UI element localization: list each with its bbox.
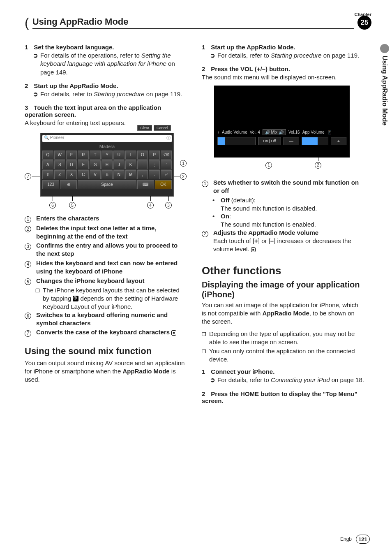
r-step-2-heading: 2Press the VOL (+/–) button. (202, 65, 364, 72)
mix-callout-2: 2 (315, 161, 321, 169)
app-volume-slider (302, 137, 328, 145)
left-column: 1Set the keyboard language. ➲For details… (25, 44, 187, 405)
stop-icon: ■ (251, 247, 256, 253)
keyboard-row-1: QWERTYUIOP⌫ (42, 151, 172, 160)
keyboard-legend: 1Enters the characters 2Deletes the inpu… (25, 214, 187, 337)
r-step-1-heading: 1Start up the AppRadio Mode. (202, 44, 364, 51)
app-volume-plus: + (331, 137, 346, 145)
keyboard-searchbar: 🔍 Pioneerⓧ (42, 135, 172, 142)
paren-left: ( (25, 16, 29, 29)
connect-step-1-note: ➲For details, refer to Connecting your i… (217, 376, 364, 384)
page-title: Using AppRadio Mode (32, 16, 354, 27)
footer-page-number: 121 (356, 535, 370, 544)
step-1-note: ➲For details of the operations, refer to… (40, 51, 187, 76)
connect-step-1-heading: 1Connect your iPhone. (202, 368, 364, 375)
display-image-note-1: Depending on the type of application, yo… (202, 330, 364, 346)
callout-6: 6 (49, 201, 56, 209)
step-1-heading: 1Set the keyboard language. (25, 44, 187, 51)
side-tab: Using AppRadio Mode (377, 44, 392, 125)
legend-5-note: The iPhone keyboard layouts that can be … (35, 286, 187, 310)
r-step-2-body: The sound mix menu will be displayed on-… (202, 73, 364, 81)
step-3-heading: 3Touch the text input area on the applic… (25, 104, 187, 118)
footer-lang: Engb (340, 536, 352, 542)
page-header: Chapter ( Using AppRadio Mode 25 (25, 16, 371, 30)
app-volume-minus: — (284, 137, 299, 145)
callout-2: 2 (180, 172, 187, 180)
mix-legend: 1Sets whether to switch the sound mix fu… (202, 178, 364, 253)
keyboard-top-buttons: ClearCancel (136, 126, 171, 130)
keyboard-row-4: 123⊕Space⌨OK (42, 180, 172, 189)
callout-5: 5 (69, 201, 76, 209)
chapter-number-badge: 25 (357, 16, 371, 30)
callout-3: 3 (165, 201, 172, 209)
side-tab-cap (380, 44, 389, 53)
stop-icon: ■ (171, 330, 176, 336)
callout-4: 4 (147, 201, 154, 209)
globe-icon (73, 296, 78, 301)
display-image-subheading: Displaying the image of your application… (202, 280, 364, 299)
callout-1: 1 (180, 159, 187, 167)
mix-figure: ♪ Audio Volume Vol. 4 🔊 Mix 🔊 Vol.16 App… (202, 86, 364, 172)
keyboard-suggestion: Madera (41, 142, 173, 151)
keyboard-row-2: ASDFGHJKL;' (42, 160, 172, 169)
page-footer: Engb 121 (340, 535, 370, 544)
display-image-note-2: You can only control the application on … (202, 347, 364, 364)
keyboard-figure: ClearCancel 🔍 Pioneerⓧ Madera QWERTYUIOP… (25, 131, 187, 209)
r-step-1-note: ➲For details, refer to Starting procedur… (217, 51, 364, 60)
other-functions-heading: Other functions (202, 264, 364, 277)
mix-on-off: On | Off (258, 137, 281, 145)
audio-volume-slider (217, 137, 256, 145)
sound-mix-heading: Using the sound mix function (25, 346, 187, 357)
callout-7: 7 (25, 172, 31, 180)
right-column: 1Start up the AppRadio Mode. ➲For detail… (202, 44, 364, 405)
step-2-heading: 2Start up the AppRadio Mode. (25, 82, 187, 89)
display-image-body: You can set an image of the application … (202, 301, 364, 326)
keyboard-row-3: ⇧ZXCVBNM,.⏎ (42, 170, 172, 179)
mix-screenshot: ♪ Audio Volume Vol. 4 🔊 Mix 🔊 Vol.16 App… (214, 86, 350, 158)
step-2-note: ➲For details, refer to Starting procedur… (40, 90, 187, 98)
connect-step-2-heading: 2Press the HOME button to display the "T… (202, 390, 364, 404)
mix-callout-1: 1 (265, 161, 272, 169)
sound-mix-body: You can output sound mixing AV source an… (25, 359, 187, 384)
keyboard-screenshot: ClearCancel 🔍 Pioneerⓧ Madera QWERTYUIOP… (40, 133, 174, 197)
side-tab-label: Using AppRadio Mode (381, 56, 388, 125)
